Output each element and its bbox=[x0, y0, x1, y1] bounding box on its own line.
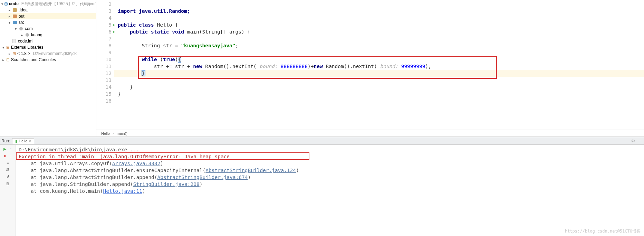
console-error-line: Exception in thread "main" java.lang.Out… bbox=[19, 153, 644, 160]
chevron-right-icon: ▸ bbox=[8, 8, 11, 12]
trash-icon[interactable]: 🗑 bbox=[5, 181, 11, 186]
tree-item-scratch[interactable]: ▸ ⊡ Scratches and Consoles bbox=[0, 57, 96, 63]
project-tree[interactable]: ▾ ■ code F:\班级管理\西开【19525】\2、代码\jvm\code… bbox=[0, 0, 96, 136]
tree-item-out[interactable]: ▸ out bbox=[0, 13, 96, 19]
tree-root[interactable]: ▾ ■ code F:\班级管理\西开【19525】\2、代码\jvm\code bbox=[0, 1, 96, 7]
stacktrace-link[interactable]: StringBuilder.java:208 bbox=[133, 181, 200, 187]
code-line: String str = "kuangshensayjava"; bbox=[114, 42, 644, 49]
stacktrace-link[interactable]: Arrays.java:3332 bbox=[112, 161, 161, 166]
run-tab-label: Hello bbox=[19, 139, 27, 143]
line-number: 5▶ bbox=[96, 21, 112, 28]
console-line: at java.lang.AbstractStringBuilder.ensur… bbox=[19, 167, 644, 174]
line-number: 11 bbox=[96, 63, 112, 70]
chevron-right-icon: ▸ bbox=[8, 52, 11, 56]
rerun-icon[interactable]: ▶ bbox=[2, 146, 8, 152]
chevron-right-icon: ▸ bbox=[8, 15, 11, 18]
line-number: 14 bbox=[96, 84, 112, 91]
tree-root-label: code bbox=[9, 1, 19, 6]
watermark: https://blog.csdn.net@51CTO博客 bbox=[565, 228, 641, 235]
code-line: } bbox=[114, 91, 644, 97]
code-line bbox=[114, 97, 644, 104]
run-label: Run: bbox=[1, 139, 10, 143]
code-line: public static void main(String[] args) { bbox=[114, 28, 644, 35]
app-icon: ▮ bbox=[15, 139, 17, 143]
chevron-down-icon: ▾ bbox=[1, 46, 5, 49]
up-icon[interactable]: ↑ bbox=[8, 146, 14, 152]
code-line: import java.util.Random; bbox=[114, 8, 644, 15]
minimize-icon[interactable]: — bbox=[637, 139, 641, 143]
breadcrumb-item[interactable]: Hello bbox=[101, 131, 110, 135]
tree-item-jdk[interactable]: ▸ ⊞ < 1.8 > D:\Environment\jdk8\jdk bbox=[0, 50, 96, 57]
tree-item-src[interactable]: ▾ src bbox=[0, 19, 96, 26]
stacktrace-link[interactable]: AbstractStringBuilder.java:674 bbox=[157, 174, 248, 180]
chevron-down-icon: ▾ bbox=[1, 2, 3, 6]
stacktrace-link[interactable]: AbstractStringBuilder.java:124 bbox=[205, 168, 296, 173]
line-number: 3 bbox=[96, 8, 112, 15]
tree-label: < 1.8 > bbox=[17, 51, 30, 56]
chevron-down-icon: ▾ bbox=[8, 21, 11, 25]
tree-label: Scratches and Consoles bbox=[11, 57, 56, 62]
editor-gutter: 2 3 4 5▶ 6▶ 7 8 9 10 11 12 13 14 15 16 bbox=[96, 0, 114, 130]
print-icon[interactable]: 🖶 bbox=[5, 167, 11, 172]
line-number: 15 bbox=[96, 91, 112, 97]
tree-label: src bbox=[19, 20, 24, 25]
code-line: public class Hello { bbox=[114, 21, 644, 28]
tree-label: kuang bbox=[31, 32, 42, 37]
run-panel: Run: ▮ Hello × ⚙ — ▶ ↑ ■ ↓ ≡ 🖶 ↲ 🗑 D:\En… bbox=[0, 137, 644, 236]
line-number: 4 bbox=[96, 15, 112, 21]
console-line: at java.lang.StringBuilder.append(String… bbox=[19, 181, 644, 188]
code-line: str += str + new Random().nextInt( bound… bbox=[114, 63, 644, 70]
tree-item-idea[interactable]: ▸ .idea bbox=[0, 7, 96, 13]
module-icon: ■ bbox=[4, 2, 8, 6]
tree-label: code.iml bbox=[18, 39, 33, 44]
code-line bbox=[114, 49, 644, 56]
line-number: 9 bbox=[96, 49, 112, 56]
stacktrace-link[interactable]: Hello.java:11 bbox=[103, 188, 142, 194]
console-output[interactable]: D:\Environment\jdk8\jdk\bin\java.exe ...… bbox=[16, 145, 644, 236]
layout-icon[interactable]: ≡ bbox=[5, 160, 11, 166]
console-line: at com.kuang.Hello.main(Hello.java:11) bbox=[19, 188, 644, 195]
tree-label: External Libraries bbox=[11, 45, 43, 50]
wrap-icon[interactable]: ↲ bbox=[5, 174, 11, 179]
run-tab[interactable]: ▮ Hello × bbox=[12, 138, 34, 144]
code-editor[interactable]: 2 3 4 5▶ 6▶ 7 8 9 10 11 12 13 14 15 16 i… bbox=[96, 0, 644, 136]
close-icon[interactable]: × bbox=[29, 139, 31, 143]
tree-path: D:\Environment\jdk8\jdk bbox=[33, 51, 77, 56]
chevron-right-icon: ▸ bbox=[20, 33, 23, 37]
library-icon: ⊞ bbox=[12, 51, 16, 56]
stop-icon[interactable]: ■ bbox=[2, 153, 8, 159]
console-line: at java.lang.AbstractStringBuilder.appen… bbox=[19, 174, 644, 181]
code-line: } bbox=[114, 70, 644, 77]
run-tabs-bar: Run: ▮ Hello × ⚙ — bbox=[0, 137, 644, 145]
tree-label: .idea bbox=[19, 8, 28, 12]
tree-item-com[interactable]: ▾ com bbox=[0, 26, 96, 32]
line-number: 12 bbox=[96, 70, 112, 77]
breadcrumb-item[interactable]: main() bbox=[117, 131, 127, 135]
tree-item-ext-lib[interactable]: ▾ ⊞ External Libraries bbox=[0, 44, 96, 50]
tree-label: com bbox=[25, 26, 33, 31]
line-number: 10 bbox=[96, 56, 112, 63]
console-line: at java.util.Arrays.copyOf(Arrays.java:3… bbox=[19, 160, 644, 167]
console-line: D:\Environment\jdk8\jdk\bin\java.exe ... bbox=[19, 146, 644, 153]
tree-label: out bbox=[19, 14, 25, 19]
chevron-right-icon: › bbox=[113, 131, 114, 135]
breadcrumb[interactable]: Hello › main() bbox=[96, 130, 644, 136]
line-number: 7 bbox=[96, 35, 112, 42]
chevron-down-icon: ▾ bbox=[14, 27, 17, 31]
down-icon[interactable]: ↓ bbox=[8, 153, 14, 159]
gear-icon[interactable]: ⚙ bbox=[631, 139, 635, 143]
code-line bbox=[114, 35, 644, 42]
code-line bbox=[114, 77, 644, 84]
code-area[interactable]: import java.util.Random; public class He… bbox=[114, 0, 644, 130]
code-line bbox=[114, 1, 644, 8]
library-icon: ⊞ bbox=[6, 45, 10, 50]
scratch-icon: ⊡ bbox=[6, 57, 10, 62]
tree-item-iml[interactable]: code.iml bbox=[0, 38, 96, 44]
line-number: 13 bbox=[96, 77, 112, 84]
chevron-right-icon: ▸ bbox=[1, 58, 5, 62]
run-toolbar: ▶ ↑ ■ ↓ ≡ 🖶 ↲ 🗑 bbox=[0, 145, 16, 236]
tree-item-kuang[interactable]: ▸ kuang bbox=[0, 32, 96, 38]
code-line: } bbox=[114, 84, 644, 91]
line-number: 2 bbox=[96, 1, 112, 8]
code-line: while (true){ bbox=[114, 56, 644, 63]
